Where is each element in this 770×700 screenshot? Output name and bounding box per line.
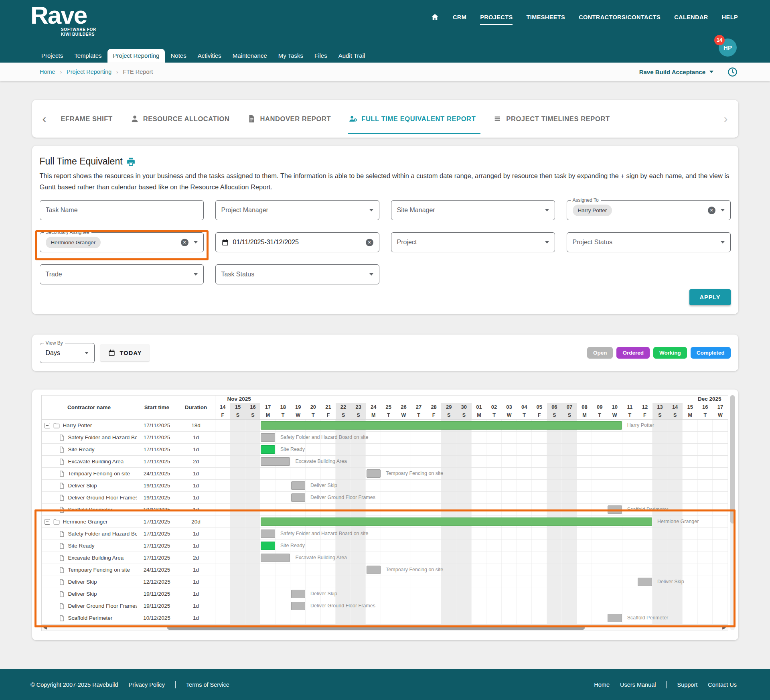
gantt-cell-name[interactable]: Safety Folder and Hazard Board on site bbox=[42, 528, 137, 540]
main-nav-calendar[interactable]: CALENDAR bbox=[674, 14, 708, 20]
contact-us-link[interactable]: Contact Us bbox=[708, 682, 737, 688]
gantt-cell-name[interactable]: Harry Potter bbox=[42, 420, 137, 431]
gantt-cell-name[interactable]: Deliver Skip bbox=[42, 576, 137, 588]
gantt-bar[interactable] bbox=[261, 433, 275, 442]
gantt-bar[interactable] bbox=[638, 578, 652, 586]
avatar[interactable]: HP 14 bbox=[719, 39, 737, 57]
task-status-select[interactable]: Task Status bbox=[215, 264, 379, 284]
legend-completed[interactable]: Completed bbox=[691, 347, 731, 359]
assigned-to-clear-icon[interactable]: ✕ bbox=[708, 207, 715, 214]
home-icon[interactable] bbox=[431, 13, 439, 21]
gantt-bar[interactable] bbox=[261, 517, 652, 526]
report-tab-project-timelines-report[interactable]: PROJECT TIMELINES REPORT bbox=[493, 114, 610, 123]
app-tab-activities[interactable]: Activities bbox=[192, 49, 227, 63]
breadcrumb-project-reporting[interactable]: Project Reporting bbox=[67, 69, 111, 75]
gantt-bar[interactable] bbox=[367, 469, 381, 478]
app-tab-my-tasks[interactable]: My Tasks bbox=[273, 49, 309, 63]
app-tab-files[interactable]: Files bbox=[309, 49, 333, 63]
gantt-bar[interactable] bbox=[367, 566, 381, 574]
gantt-cell-name[interactable]: Deliver Skip bbox=[42, 480, 137, 491]
main-nav-help[interactable]: HELP bbox=[722, 14, 738, 20]
scrollbar-thumb[interactable] bbox=[167, 626, 585, 630]
app-tab-maintenance[interactable]: Maintenance bbox=[227, 49, 273, 63]
gantt-bar[interactable] bbox=[261, 554, 290, 562]
gantt-cell-name[interactable]: Excavate Building Area bbox=[42, 552, 137, 564]
report-tab-resource-allocation[interactable]: RESOURCE ALLOCATION bbox=[130, 114, 230, 123]
secondary-assignee-clear-icon[interactable]: ✕ bbox=[181, 239, 188, 246]
app-tab-templates[interactable]: Templates bbox=[69, 49, 107, 63]
assigned-to-chip[interactable]: Harry Potter bbox=[573, 205, 612, 216]
gantt-bar[interactable] bbox=[261, 445, 275, 454]
task-name-input[interactable] bbox=[46, 207, 198, 214]
scroll-left-icon[interactable]: ◀ bbox=[42, 625, 49, 631]
gantt-cell-name[interactable]: Safety Folder and Hazard Board on site bbox=[42, 432, 137, 443]
gantt-bar[interactable] bbox=[291, 481, 306, 490]
site-manager-select[interactable]: Site Manager bbox=[391, 200, 555, 220]
clock-icon[interactable] bbox=[727, 67, 738, 77]
gantt-cell-name[interactable]: Scaffold Perimeter bbox=[42, 612, 137, 624]
scroll-right-icon[interactable]: ▶ bbox=[721, 625, 728, 631]
gantt-cell-name[interactable]: Site Ready bbox=[42, 540, 137, 552]
gantt-bar[interactable] bbox=[261, 530, 275, 538]
project-select[interactable]: Project bbox=[391, 232, 555, 252]
main-nav-timesheets[interactable]: TIMESHEETS bbox=[526, 14, 565, 20]
date-range-field[interactable]: 01/11/2025-31/12/2025 ✕ bbox=[215, 232, 379, 252]
legend-open[interactable]: Open bbox=[587, 347, 613, 359]
app-tab-project-reporting[interactable]: Project Reporting bbox=[107, 49, 165, 63]
gantt-cell-name[interactable]: Tempoary Fencing on site bbox=[42, 468, 137, 479]
project-manager-select[interactable]: Project Manager bbox=[215, 200, 379, 220]
app-tab-notes[interactable]: Notes bbox=[165, 49, 192, 63]
view-by-select[interactable]: View By Days bbox=[40, 343, 95, 363]
gantt-bar[interactable] bbox=[261, 421, 622, 430]
collapse-icon[interactable] bbox=[45, 423, 50, 428]
gantt-cell-name[interactable]: Deliver Ground Floor Frames bbox=[42, 600, 137, 612]
project-status-select[interactable]: Project Status bbox=[567, 232, 731, 252]
gantt-bar[interactable] bbox=[291, 590, 306, 598]
report-tab-eframe-shift[interactable]: EFRAME SHIFT bbox=[61, 114, 113, 123]
privacy-policy-link[interactable]: Privacy Policy bbox=[129, 682, 165, 688]
secondary-assignee-select[interactable]: Secondary Assignee Hermione Granger ✕ bbox=[40, 232, 204, 252]
support-link[interactable]: Support bbox=[677, 682, 697, 688]
gantt-cell-name[interactable]: Deliver Skip bbox=[42, 588, 137, 600]
gantt-cell-name[interactable]: Site Ready bbox=[42, 444, 137, 455]
gantt-cell-name[interactable]: Deliver Ground Floor Frames bbox=[42, 492, 137, 503]
gantt-bar[interactable] bbox=[291, 602, 306, 610]
footer-home-link[interactable]: Home bbox=[594, 682, 610, 688]
gantt-horizontal-scrollbar[interactable]: ◀ ▶ bbox=[42, 624, 728, 631]
trade-select[interactable]: Trade bbox=[40, 264, 204, 284]
app-tab-audit-trail[interactable]: Audit Trail bbox=[333, 49, 371, 63]
project-selector[interactable]: Rave Build Acceptance bbox=[639, 69, 713, 75]
apply-button[interactable]: APPLY bbox=[689, 289, 730, 305]
rave-logo[interactable]: Rave SOFTWARE FOR KIWI BUILDERS bbox=[30, 2, 96, 37]
main-nav-projects[interactable]: PROJECTS bbox=[480, 14, 513, 20]
assigned-to-select[interactable]: Assigned To Harry Potter ✕ bbox=[567, 200, 731, 220]
app-tab-projects[interactable]: Projects bbox=[36, 49, 69, 63]
main-nav-contractors-contacts[interactable]: CONTRACTORS/CONTACTS bbox=[579, 14, 661, 20]
notification-badge[interactable]: 14 bbox=[714, 35, 725, 45]
collapse-icon[interactable] bbox=[45, 519, 50, 525]
gantt-cell-name[interactable]: Hermione Granger bbox=[42, 516, 137, 528]
gantt-vertical-scrollbar[interactable] bbox=[730, 395, 735, 630]
users-manual-link[interactable]: Users Manual bbox=[620, 682, 656, 688]
main-nav-crm[interactable]: CRM bbox=[453, 14, 466, 20]
gantt-cell-name[interactable]: Excavate Building Area bbox=[42, 456, 137, 467]
gantt-bar[interactable] bbox=[608, 505, 622, 514]
report-tab-handover-report[interactable]: HANDOVER REPORT bbox=[247, 114, 331, 123]
tabs-scroll-left-icon[interactable]: ‹ bbox=[43, 113, 47, 125]
gantt-bar[interactable] bbox=[608, 614, 622, 622]
gantt-bar[interactable] bbox=[291, 493, 306, 502]
task-name-field[interactable] bbox=[40, 200, 204, 220]
gantt-cell-name[interactable]: Tempoary Fencing on site bbox=[42, 564, 137, 576]
secondary-assignee-chip[interactable]: Hermione Granger bbox=[46, 237, 101, 248]
legend-ordered[interactable]: Ordered bbox=[616, 347, 650, 359]
tabs-scroll-right-icon[interactable]: › bbox=[724, 113, 728, 125]
date-range-clear-icon[interactable]: ✕ bbox=[366, 239, 373, 246]
gantt-bar[interactable] bbox=[261, 542, 275, 550]
report-tab-full-time-equivalent-report[interactable]: FULL TIME EQUIVALENT REPORT bbox=[349, 114, 476, 123]
gantt-cell-name[interactable]: Scaffold Perimeter bbox=[42, 504, 137, 515]
breadcrumb-home[interactable]: Home bbox=[40, 69, 55, 75]
gantt-bar[interactable] bbox=[261, 457, 290, 466]
legend-working[interactable]: Working bbox=[653, 347, 687, 359]
print-icon[interactable] bbox=[126, 156, 136, 166]
today-button[interactable]: TODAY bbox=[100, 344, 150, 361]
